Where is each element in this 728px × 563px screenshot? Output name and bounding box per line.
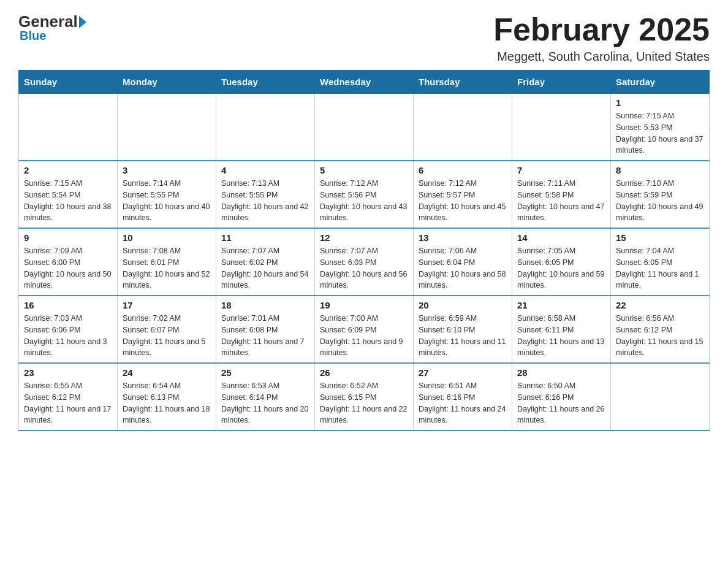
col-wednesday: Wednesday <box>315 71 414 94</box>
day-info: Sunrise: 6:52 AMSunset: 6:15 PMDaylight:… <box>320 380 408 426</box>
table-row: 16Sunrise: 7:03 AMSunset: 6:06 PMDayligh… <box>19 296 118 363</box>
day-info: Sunrise: 7:12 AMSunset: 5:56 PMDaylight:… <box>320 178 408 224</box>
table-row: 28Sunrise: 6:50 AMSunset: 6:16 PMDayligh… <box>512 363 611 431</box>
day-info: Sunrise: 7:06 AMSunset: 6:04 PMDaylight:… <box>419 245 507 291</box>
day-info: Sunrise: 6:56 AMSunset: 6:12 PMDaylight:… <box>616 313 704 359</box>
day-info: Sunrise: 7:09 AMSunset: 6:00 PMDaylight:… <box>24 245 112 291</box>
day-number: 3 <box>123 165 211 175</box>
col-monday: Monday <box>118 71 216 94</box>
day-number: 15 <box>616 232 704 243</box>
day-number: 16 <box>24 300 112 310</box>
day-number: 23 <box>24 367 112 378</box>
calendar-week-row: 1Sunrise: 7:15 AMSunset: 5:53 PMDaylight… <box>19 94 710 161</box>
table-row: 22Sunrise: 6:56 AMSunset: 6:12 PMDayligh… <box>611 296 710 363</box>
day-info: Sunrise: 6:55 AMSunset: 6:12 PMDaylight:… <box>24 380 112 426</box>
day-number: 21 <box>517 300 605 310</box>
day-number: 9 <box>24 232 112 243</box>
table-row: 12Sunrise: 7:07 AMSunset: 6:03 PMDayligh… <box>315 228 414 296</box>
day-number: 5 <box>320 165 408 175</box>
day-info: Sunrise: 7:15 AMSunset: 5:54 PMDaylight:… <box>24 178 112 224</box>
day-number: 11 <box>221 232 309 243</box>
table-row <box>512 94 611 161</box>
table-row: 25Sunrise: 6:53 AMSunset: 6:14 PMDayligh… <box>216 363 315 431</box>
day-number: 25 <box>221 367 309 378</box>
day-number: 26 <box>320 367 408 378</box>
logo-arrow-icon <box>79 16 86 28</box>
table-row <box>611 363 710 431</box>
day-number: 20 <box>419 300 507 310</box>
day-info: Sunrise: 6:51 AMSunset: 6:16 PMDaylight:… <box>419 380 507 426</box>
calendar-table: Sunday Monday Tuesday Wednesday Thursday… <box>18 70 710 431</box>
day-info: Sunrise: 6:58 AMSunset: 6:11 PMDaylight:… <box>517 313 605 359</box>
table-row: 8Sunrise: 7:10 AMSunset: 5:59 PMDaylight… <box>611 161 710 228</box>
day-number: 19 <box>320 300 408 310</box>
table-row: 1Sunrise: 7:15 AMSunset: 5:53 PMDaylight… <box>611 94 710 161</box>
title-area: February 2025 Meggett, South Carolina, U… <box>493 12 710 64</box>
day-number: 4 <box>221 165 309 175</box>
day-info: Sunrise: 7:10 AMSunset: 5:59 PMDaylight:… <box>616 178 704 224</box>
table-row: 24Sunrise: 6:54 AMSunset: 6:13 PMDayligh… <box>118 363 216 431</box>
day-info: Sunrise: 7:01 AMSunset: 6:08 PMDaylight:… <box>221 313 309 359</box>
col-thursday: Thursday <box>414 71 512 94</box>
calendar-week-row: 2Sunrise: 7:15 AMSunset: 5:54 PMDaylight… <box>19 161 710 228</box>
day-info: Sunrise: 6:59 AMSunset: 6:10 PMDaylight:… <box>419 313 507 359</box>
day-info: Sunrise: 7:04 AMSunset: 6:05 PMDaylight:… <box>616 245 704 291</box>
location-title: Meggett, South Carolina, United States <box>493 50 710 64</box>
day-number: 14 <box>517 232 605 243</box>
table-row: 21Sunrise: 6:58 AMSunset: 6:11 PMDayligh… <box>512 296 611 363</box>
day-number: 10 <box>123 232 211 243</box>
table-row: 26Sunrise: 6:52 AMSunset: 6:15 PMDayligh… <box>315 363 414 431</box>
table-row: 10Sunrise: 7:08 AMSunset: 6:01 PMDayligh… <box>118 228 216 296</box>
day-number: 17 <box>123 300 211 310</box>
day-info: Sunrise: 7:12 AMSunset: 5:57 PMDaylight:… <box>419 178 507 224</box>
table-row: 9Sunrise: 7:09 AMSunset: 6:00 PMDaylight… <box>19 228 118 296</box>
table-row <box>315 94 414 161</box>
calendar-header-row: Sunday Monday Tuesday Wednesday Thursday… <box>19 71 710 94</box>
day-info: Sunrise: 7:07 AMSunset: 6:02 PMDaylight:… <box>221 245 309 291</box>
col-sunday: Sunday <box>19 71 118 94</box>
day-info: Sunrise: 7:08 AMSunset: 6:01 PMDaylight:… <box>123 245 211 291</box>
table-row: 14Sunrise: 7:05 AMSunset: 6:05 PMDayligh… <box>512 228 611 296</box>
calendar-week-row: 9Sunrise: 7:09 AMSunset: 6:00 PMDaylight… <box>19 228 710 296</box>
day-number: 18 <box>221 300 309 310</box>
day-info: Sunrise: 7:14 AMSunset: 5:55 PMDaylight:… <box>123 178 211 224</box>
table-row <box>414 94 512 161</box>
table-row: 4Sunrise: 7:13 AMSunset: 5:55 PMDaylight… <box>216 161 315 228</box>
table-row <box>19 94 118 161</box>
day-info: Sunrise: 7:02 AMSunset: 6:07 PMDaylight:… <box>123 313 211 359</box>
day-number: 12 <box>320 232 408 243</box>
day-info: Sunrise: 6:54 AMSunset: 6:13 PMDaylight:… <box>123 380 211 426</box>
table-row: 2Sunrise: 7:15 AMSunset: 5:54 PMDaylight… <box>19 161 118 228</box>
table-row: 13Sunrise: 7:06 AMSunset: 6:04 PMDayligh… <box>414 228 512 296</box>
day-number: 6 <box>419 165 507 175</box>
table-row: 17Sunrise: 7:02 AMSunset: 6:07 PMDayligh… <box>118 296 216 363</box>
day-number: 27 <box>419 367 507 378</box>
table-row: 18Sunrise: 7:01 AMSunset: 6:08 PMDayligh… <box>216 296 315 363</box>
day-number: 2 <box>24 165 112 175</box>
logo-blue: Blue <box>20 29 46 43</box>
day-info: Sunrise: 6:50 AMSunset: 6:16 PMDaylight:… <box>517 380 605 426</box>
day-number: 28 <box>517 367 605 378</box>
table-row: 19Sunrise: 7:00 AMSunset: 6:09 PMDayligh… <box>315 296 414 363</box>
calendar-week-row: 23Sunrise: 6:55 AMSunset: 6:12 PMDayligh… <box>19 363 710 431</box>
col-saturday: Saturday <box>611 71 710 94</box>
page-header: General Blue February 2025 Meggett, Sout… <box>18 12 710 64</box>
table-row: 6Sunrise: 7:12 AMSunset: 5:57 PMDaylight… <box>414 161 512 228</box>
day-info: Sunrise: 7:07 AMSunset: 6:03 PMDaylight:… <box>320 245 408 291</box>
day-number: 13 <box>419 232 507 243</box>
table-row: 20Sunrise: 6:59 AMSunset: 6:10 PMDayligh… <box>414 296 512 363</box>
day-info: Sunrise: 7:13 AMSunset: 5:55 PMDaylight:… <box>221 178 309 224</box>
table-row: 5Sunrise: 7:12 AMSunset: 5:56 PMDaylight… <box>315 161 414 228</box>
day-info: Sunrise: 6:53 AMSunset: 6:14 PMDaylight:… <box>221 380 309 426</box>
day-info: Sunrise: 7:11 AMSunset: 5:58 PMDaylight:… <box>517 178 605 224</box>
month-title: February 2025 <box>493 12 710 47</box>
table-row: 23Sunrise: 6:55 AMSunset: 6:12 PMDayligh… <box>19 363 118 431</box>
table-row <box>118 94 216 161</box>
logo: General Blue <box>18 12 89 43</box>
day-number: 1 <box>616 98 704 108</box>
table-row: 27Sunrise: 6:51 AMSunset: 6:16 PMDayligh… <box>414 363 512 431</box>
col-tuesday: Tuesday <box>216 71 315 94</box>
day-info: Sunrise: 7:03 AMSunset: 6:06 PMDaylight:… <box>24 313 112 359</box>
table-row: 7Sunrise: 7:11 AMSunset: 5:58 PMDaylight… <box>512 161 611 228</box>
table-row <box>216 94 315 161</box>
